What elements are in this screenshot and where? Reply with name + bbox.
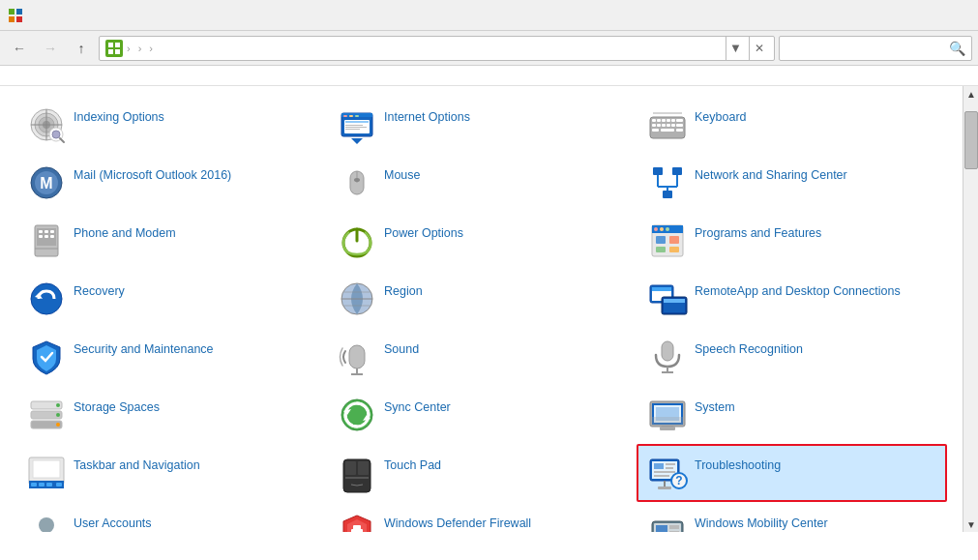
item-label-taskbar-navigation: Taskbar and Navigation bbox=[74, 457, 314, 473]
item-storage-spaces[interactable]: Storage Spaces bbox=[15, 386, 326, 444]
maximize-button[interactable] bbox=[880, 0, 925, 31]
item-label-speech-recognition: Speech Recognition bbox=[695, 341, 935, 357]
item-label-sync-center: Sync Center bbox=[384, 399, 625, 415]
item-phone-modem[interactable]: Phone and Modem bbox=[15, 212, 326, 270]
svg-rect-115 bbox=[46, 483, 52, 486]
region-icon bbox=[338, 280, 376, 318]
svg-rect-88 bbox=[664, 299, 685, 303]
svg-rect-38 bbox=[667, 124, 670, 127]
title-bar bbox=[0, 0, 978, 31]
svg-point-98 bbox=[56, 403, 60, 407]
svg-rect-41 bbox=[652, 129, 659, 132]
item-sound[interactable]: Sound bbox=[326, 328, 637, 386]
system-icon bbox=[648, 396, 687, 434]
item-network-sharing[interactable]: Network and Sharing Center bbox=[637, 154, 947, 212]
search-icon[interactable]: 🔍 bbox=[949, 41, 965, 56]
svg-point-100 bbox=[56, 423, 60, 427]
item-internet-options[interactable]: Internet Options bbox=[326, 96, 637, 154]
svg-rect-51 bbox=[653, 167, 663, 175]
item-label-windows-defender: Windows Defender Firewall bbox=[384, 516, 625, 531]
troubleshooting-icon: ? bbox=[648, 454, 687, 492]
svg-rect-121 bbox=[358, 461, 369, 475]
svg-rect-75 bbox=[656, 247, 666, 252]
forward-button[interactable]: → bbox=[37, 35, 64, 62]
keyboard-icon bbox=[648, 105, 687, 144]
item-mail[interactable]: M Mail (Microsoft Outlook 2016) bbox=[15, 154, 326, 212]
remoteapp-icon bbox=[648, 280, 687, 318]
mail-icon: M bbox=[27, 163, 66, 202]
item-programs-features[interactable]: Programs and Features bbox=[637, 212, 947, 270]
svg-rect-116 bbox=[56, 483, 62, 486]
item-indexing-options[interactable]: Indexing Options bbox=[15, 96, 326, 154]
internet-icon bbox=[338, 105, 376, 144]
svg-rect-21 bbox=[355, 115, 359, 117]
item-mouse[interactable]: Mouse bbox=[326, 154, 637, 212]
item-label-power-options: Power Options bbox=[384, 225, 625, 241]
item-windows-defender[interactable]: Windows Defender Firewall bbox=[326, 502, 637, 532]
clear-address-button[interactable]: ✕ bbox=[749, 36, 768, 61]
search-box: 🔍 bbox=[779, 36, 972, 61]
item-user-accounts[interactable]: User Accounts bbox=[15, 502, 326, 532]
scroll-up-button[interactable]: ▲ bbox=[963, 86, 978, 102]
svg-point-72 bbox=[666, 227, 669, 231]
svg-rect-43 bbox=[676, 129, 683, 132]
svg-rect-19 bbox=[343, 115, 347, 117]
svg-rect-25 bbox=[345, 127, 367, 128]
item-sync-center[interactable]: Sync Center bbox=[326, 386, 637, 444]
svg-rect-33 bbox=[671, 119, 675, 122]
item-taskbar-navigation[interactable]: Taskbar and Navigation bbox=[15, 444, 326, 502]
mobility-icon bbox=[648, 512, 687, 532]
svg-rect-36 bbox=[657, 124, 661, 127]
item-system[interactable]: System bbox=[637, 386, 947, 444]
sound-icon bbox=[338, 338, 376, 376]
svg-rect-40 bbox=[676, 124, 683, 127]
svg-rect-1 bbox=[16, 9, 22, 15]
item-remoteapp[interactable]: RemoteApp and Desktop Connections bbox=[637, 270, 947, 328]
item-label-system: System bbox=[695, 399, 935, 415]
item-troubleshooting[interactable]: ? Troubleshooting bbox=[637, 444, 947, 502]
svg-point-15 bbox=[52, 131, 60, 138]
svg-rect-20 bbox=[349, 115, 353, 117]
scroll-down-button[interactable]: ▼ bbox=[963, 516, 978, 532]
svg-rect-128 bbox=[654, 475, 669, 477]
item-label-windows-mobility: Windows Mobility Center bbox=[695, 516, 935, 531]
item-power-options[interactable]: Power Options bbox=[326, 212, 637, 270]
svg-rect-53 bbox=[663, 191, 672, 198]
item-label-troubleshooting: Troubleshooting bbox=[695, 457, 935, 473]
svg-rect-73 bbox=[656, 236, 666, 244]
svg-marker-27 bbox=[351, 138, 363, 144]
minimize-button[interactable] bbox=[835, 0, 879, 31]
app-icon bbox=[8, 8, 23, 23]
scroll-thumb[interactable] bbox=[964, 111, 978, 169]
item-speech-recognition[interactable]: Speech Recognition bbox=[637, 328, 947, 386]
breadcrumb-area: › › › ▼ ✕ bbox=[99, 36, 775, 61]
search-input[interactable] bbox=[785, 42, 949, 55]
item-touchpad[interactable]: Touch Pad bbox=[326, 444, 637, 502]
svg-rect-125 bbox=[666, 463, 675, 465]
item-security-maintenance[interactable]: Security and Maintenance bbox=[15, 328, 326, 386]
svg-rect-138 bbox=[656, 525, 667, 532]
scrollbar: ▲ ▼ bbox=[963, 86, 978, 532]
taskbar-icon bbox=[27, 454, 66, 492]
breadcrumb-dropdown-button[interactable]: ▼ bbox=[726, 36, 745, 61]
svg-rect-39 bbox=[671, 124, 675, 127]
svg-rect-37 bbox=[662, 124, 666, 127]
item-region[interactable]: Region bbox=[326, 270, 637, 328]
svg-rect-74 bbox=[669, 236, 679, 244]
close-button[interactable] bbox=[926, 0, 970, 31]
svg-rect-120 bbox=[345, 461, 356, 475]
back-button[interactable]: ← bbox=[6, 35, 33, 62]
phone-icon bbox=[27, 221, 66, 260]
item-label-network-sharing: Network and Sharing Center bbox=[695, 167, 935, 183]
up-button[interactable]: ↑ bbox=[68, 35, 95, 62]
svg-rect-65 bbox=[50, 235, 54, 238]
items-container: Indexing Options Internet Options bbox=[0, 86, 963, 532]
breadcrumb-sep-2: › bbox=[138, 43, 142, 54]
item-windows-mobility[interactable]: Windows Mobility Center bbox=[637, 502, 947, 532]
svg-rect-42 bbox=[661, 129, 674, 132]
item-keyboard[interactable]: Keyboard bbox=[637, 96, 947, 154]
svg-rect-139 bbox=[669, 525, 679, 529]
address-bar: ← → ↑ › › › ▼ ✕ 🔍 bbox=[0, 31, 978, 66]
item-recovery[interactable]: Recovery bbox=[15, 270, 326, 328]
item-label-remoteapp: RemoteApp and Desktop Connections bbox=[695, 283, 935, 299]
